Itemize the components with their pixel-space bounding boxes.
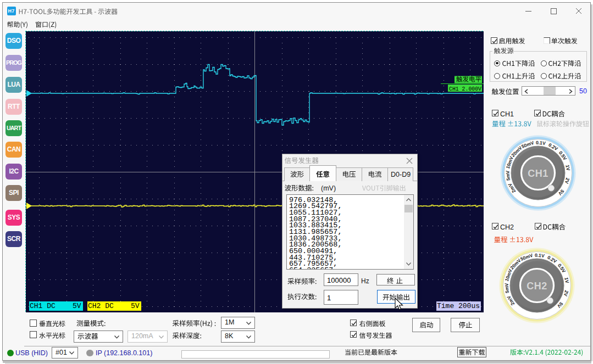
svg-text:0.1V: 0.1V xyxy=(534,252,545,259)
svg-text:5mV: 5mV xyxy=(505,170,511,181)
svg-text:1V: 1V xyxy=(564,164,571,171)
svg-text:CH1 2.000V: CH1 2.000V xyxy=(449,85,481,92)
svg-text:0.1V: 0.1V xyxy=(535,139,546,146)
svg-text:5mV: 5mV xyxy=(503,283,510,293)
svg-text:CH2: CH2 xyxy=(527,281,547,292)
svg-text:1V: 1V xyxy=(563,277,570,283)
svg-text:CH1: CH1 xyxy=(528,168,548,179)
